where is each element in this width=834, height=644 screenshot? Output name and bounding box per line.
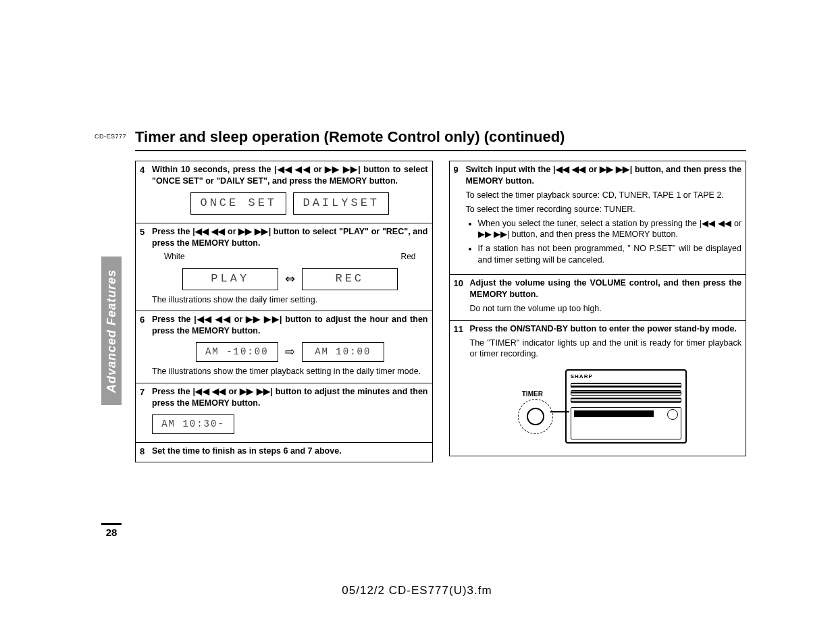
arrow-icon: ⇔ xyxy=(285,271,295,287)
lcd-row: AM -10:00 ⇨ AM 10:00 xyxy=(152,342,428,362)
lcd-hour-edit: AM -10:00 xyxy=(196,342,278,362)
step-number: 11 xyxy=(454,323,469,336)
content-columns: 4 Within 10 seconds, press the |◀◀ ◀◀ or… xyxy=(135,161,746,462)
step-caption: The illustrations show the daily timer s… xyxy=(152,294,428,306)
step-number: 8 xyxy=(140,446,151,458)
step-number: 5 xyxy=(140,226,151,238)
display-icon xyxy=(574,410,654,417)
step-note: The "TIMER" indicator lights up and the … xyxy=(470,338,742,360)
step-text: Press the |◀◀ ◀◀ or ▶▶ ▶▶| button to adj… xyxy=(152,387,428,408)
step-number: 6 xyxy=(140,314,151,326)
step-8: 8 Set the time to finish as in steps 6 a… xyxy=(136,443,432,462)
step-5: 5 Press the |◀◀ ◀◀ or ▶▶ ▶▶| button to s… xyxy=(136,223,432,312)
step-text: Press the ON/STAND-BY button to enter th… xyxy=(470,324,737,333)
step-note: To select the timer playback source: CD,… xyxy=(466,190,742,201)
right-column: 9 Switch input with the |◀◀ ◀◀ or ▶▶ ▶▶|… xyxy=(449,161,747,456)
cd-slot-icon xyxy=(571,390,681,396)
step-caption: The illustrations show the timer playbac… xyxy=(152,366,428,377)
lcd-once-set: ONCE SET xyxy=(190,192,286,215)
label-red: Red xyxy=(400,251,415,262)
step-note: Do not turn the volume up too high. xyxy=(470,303,742,315)
unit-illustration: TIMER SHARP xyxy=(470,369,742,444)
skip-icon: |◀◀ ◀◀ or ▶▶ ▶▶| xyxy=(553,165,632,174)
step-number: 4 xyxy=(140,164,151,176)
list-item: If a station has not been programmed, " … xyxy=(478,243,742,266)
color-labels: White Red xyxy=(164,251,416,262)
page-number: 28 xyxy=(101,523,122,538)
step-6: 6 Press the |◀◀ ◀◀ or ▶▶ ▶▶| button to a… xyxy=(136,311,432,383)
step-note: To select the timer recording source: TU… xyxy=(466,204,742,215)
cd-slot-icon xyxy=(571,383,681,388)
skip-icon: |◀◀ ◀◀ or ▶▶ ▶▶| xyxy=(274,165,361,174)
step-text: Adjust the volume using the VOLUME contr… xyxy=(470,278,742,299)
step-number: 9 xyxy=(454,164,465,176)
lcd-daily-set: DAILYSET xyxy=(293,192,389,215)
timer-dial-icon xyxy=(518,399,553,434)
step-text: Switch input with the |◀◀ ◀◀ or ▶▶ ▶▶| b… xyxy=(466,165,742,186)
lcd-hour-set: AM 10:00 xyxy=(302,342,384,362)
left-column: 4 Within 10 seconds, press the |◀◀ ◀◀ or… xyxy=(135,161,433,462)
knob-icon xyxy=(667,409,678,420)
step-text: Press the |◀◀ ◀◀ or ▶▶ ▶▶| button to adj… xyxy=(152,315,428,336)
leader-line xyxy=(550,411,569,412)
front-panel-icon xyxy=(571,407,681,439)
lcd-row: AM 10:30- xyxy=(152,414,428,434)
lcd-row: PLAY ⇔ REC xyxy=(152,268,428,290)
hifi-unit-icon: SHARP xyxy=(565,369,687,444)
footer-text: 05/12/2 CD-ES777(U)3.fm xyxy=(0,584,834,597)
skip-icon: |◀◀ ◀◀ or ▶▶ ▶▶| xyxy=(193,387,273,396)
label-white: White xyxy=(164,251,185,262)
step-4: 4 Within 10 seconds, press the |◀◀ ◀◀ or… xyxy=(136,161,432,223)
skip-icon: |◀◀ ◀◀ or ▶▶ ▶▶| xyxy=(194,315,282,324)
step-number: 7 xyxy=(140,386,151,398)
lcd-play: PLAY xyxy=(182,268,278,290)
step-9: 9 Switch input with the |◀◀ ◀◀ or ▶▶ ▶▶|… xyxy=(450,161,746,275)
step-text: Press the |◀◀ ◀◀ or ▶▶ ▶▶| button to sel… xyxy=(152,227,428,248)
step-7: 7 Press the |◀◀ ◀◀ or ▶▶ ▶▶| button to a… xyxy=(136,383,432,443)
step-number: 10 xyxy=(454,277,469,290)
step-10: 10 Adjust the volume using the VOLUME co… xyxy=(450,275,746,321)
model-code: CD-ES777 xyxy=(95,133,126,140)
cd-slot-icon xyxy=(571,398,681,403)
step-11: 11 Press the ON/STAND-BY button to enter… xyxy=(450,321,746,456)
manual-page: CD-ES777 Timer and sleep operation (Remo… xyxy=(0,0,834,644)
lcd-rec: REC xyxy=(302,268,398,290)
step-text: Set the time to finish as in steps 6 and… xyxy=(152,446,342,456)
section-tab: Advanced Features xyxy=(101,257,122,405)
skip-icon: |◀◀ ◀◀ or ▶▶ ▶▶| xyxy=(192,227,271,236)
brand-label: SHARP xyxy=(571,373,681,381)
bullet-list: When you select the tuner, select a stat… xyxy=(466,218,742,267)
page-title: Timer and sleep operation (Remote Contro… xyxy=(135,128,746,146)
lcd-row: ONCE SET DAILYSET xyxy=(152,192,428,215)
lcd-minutes: AM 10:30- xyxy=(152,414,234,434)
timer-label: TIMER xyxy=(522,390,543,399)
title-rule xyxy=(135,150,746,151)
list-item: When you select the tuner, select a stat… xyxy=(478,218,742,241)
step-text: Within 10 seconds, press the |◀◀ ◀◀ or ▶… xyxy=(152,165,428,186)
arrow-icon: ⇨ xyxy=(285,344,295,360)
